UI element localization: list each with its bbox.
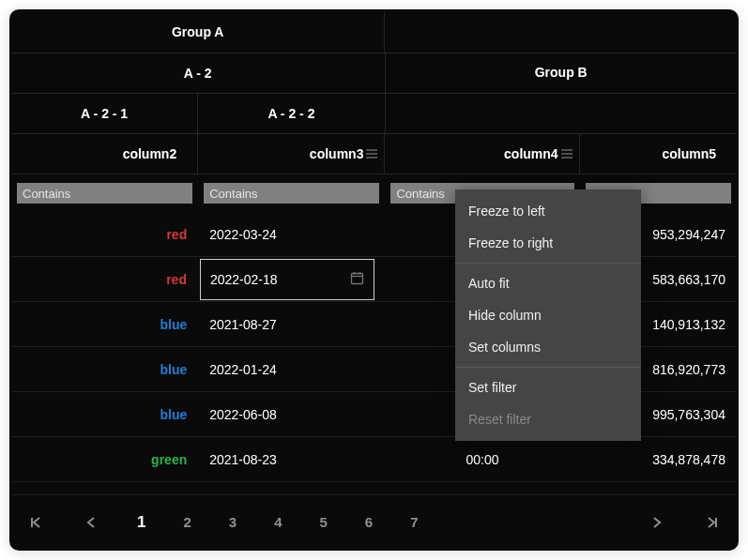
column-context-menu: Freeze to left Freeze to right Auto fit … bbox=[455, 189, 641, 441]
page-button[interactable]: 6 bbox=[365, 514, 373, 530]
cell-column2[interactable]: blue bbox=[11, 392, 198, 436]
menu-icon[interactable] bbox=[365, 147, 378, 160]
table-header: Group A Group B A - 2 A - 2 - 1 A - 2 - … bbox=[11, 11, 737, 212]
page-button[interactable]: 3 bbox=[229, 514, 237, 530]
page-button[interactable]: 2 bbox=[183, 514, 191, 530]
page-button[interactable]: 1 bbox=[137, 513, 145, 532]
filter-input-column2[interactable]: Contains bbox=[17, 183, 192, 204]
next-page-button[interactable] bbox=[649, 516, 665, 529]
paginator: 1234567 bbox=[11, 494, 737, 549]
menu-icon[interactable] bbox=[560, 147, 573, 160]
header-column4-label: column4 bbox=[504, 146, 558, 161]
cell-column2[interactable]: blue bbox=[11, 302, 198, 346]
header-a22[interactable]: A - 2 - 2 bbox=[198, 94, 385, 133]
header-group-a[interactable]: Group A bbox=[11, 11, 385, 53]
menu-item-hide-column[interactable]: Hide column bbox=[455, 299, 641, 331]
page-button[interactable]: 4 bbox=[274, 514, 282, 530]
header-column3[interactable]: column3 bbox=[198, 134, 385, 174]
header-column2-label: column2 bbox=[123, 146, 177, 161]
menu-separator bbox=[455, 263, 641, 264]
page-button[interactable]: 5 bbox=[320, 514, 328, 530]
header-a2[interactable]: A - 2 bbox=[11, 53, 386, 93]
header-column5-label: column5 bbox=[662, 146, 716, 161]
header-column5[interactable]: column5 bbox=[580, 134, 737, 174]
cell-column4[interactable]: 00:00 bbox=[385, 437, 579, 481]
menu-item-freeze-left[interactable]: Freeze to left bbox=[455, 195, 641, 227]
header-group-b[interactable]: Group B bbox=[385, 11, 737, 133]
data-grid: Group A Group B A - 2 A - 2 - 1 A - 2 - … bbox=[9, 9, 739, 551]
menu-item-set-columns[interactable]: Set columns bbox=[455, 331, 641, 363]
page-button[interactable]: 7 bbox=[410, 514, 418, 530]
svg-rect-6 bbox=[351, 273, 362, 283]
prev-page-button[interactable] bbox=[83, 516, 99, 529]
cell-column3[interactable]: 2022-02-18 bbox=[198, 257, 386, 301]
date-editor-value: 2022-02-18 bbox=[210, 272, 278, 287]
cell-column3[interactable]: 2022-01-24 bbox=[198, 347, 385, 391]
menu-item-auto-fit[interactable]: Auto fit bbox=[455, 267, 641, 299]
cell-column3[interactable]: 2021-08-27 bbox=[198, 302, 385, 346]
menu-separator bbox=[455, 367, 641, 368]
menu-item-freeze-right[interactable]: Freeze to right bbox=[455, 227, 641, 259]
first-page-button[interactable] bbox=[28, 516, 45, 529]
last-page-button[interactable] bbox=[703, 516, 720, 529]
cell-column2[interactable]: red bbox=[11, 212, 198, 256]
header-column2[interactable]: column2 bbox=[11, 134, 198, 174]
cell-column5[interactable]: 334,878,478 bbox=[580, 437, 737, 481]
menu-item-reset-filter[interactable]: Reset filter bbox=[455, 403, 641, 435]
date-editor[interactable]: 2022-02-18 bbox=[200, 259, 374, 300]
cell-column3[interactable]: 2021-08-23 bbox=[198, 437, 385, 481]
cell-column3[interactable]: 2022-06-08 bbox=[198, 392, 385, 436]
cell-column2[interactable]: green bbox=[11, 437, 198, 481]
header-column3-label: column3 bbox=[310, 146, 364, 161]
header-column4[interactable]: column4 bbox=[385, 134, 579, 174]
cell-column2[interactable]: red bbox=[11, 257, 198, 301]
filter-input-column3[interactable]: Contains bbox=[204, 183, 379, 204]
cell-column2[interactable]: blue bbox=[11, 347, 198, 391]
cell-column3[interactable]: 2022-03-24 bbox=[198, 212, 385, 256]
header-a21[interactable]: A - 2 - 1 bbox=[11, 94, 198, 133]
menu-item-set-filter[interactable]: Set filter bbox=[455, 371, 641, 403]
table-row[interactable]: green2021-08-2300:00334,878,478 bbox=[11, 437, 737, 482]
calendar-icon[interactable] bbox=[350, 271, 364, 288]
